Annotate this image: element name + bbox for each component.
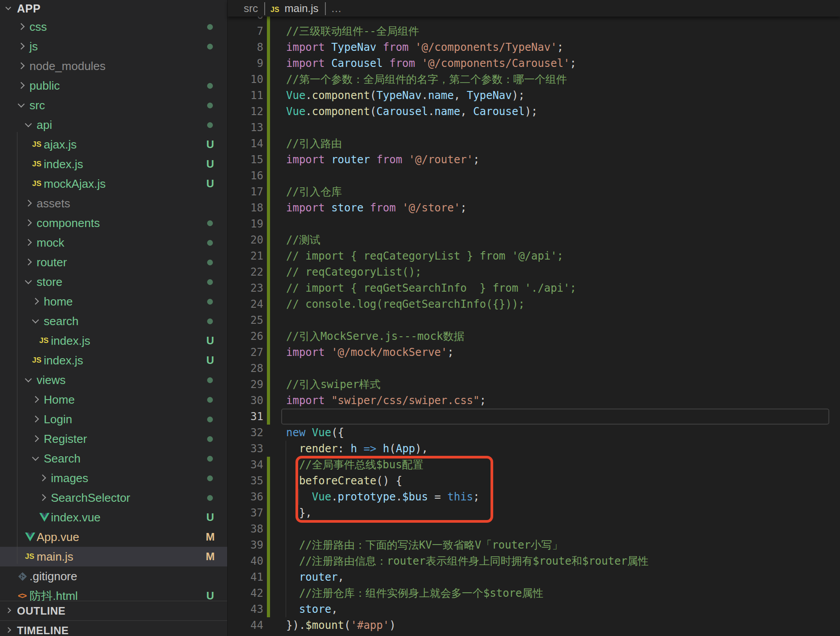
tree-item-防抖.html[interactable]: <>防抖.htmlU [0,586,227,601]
line-number: 31 [228,409,263,425]
tree-item-assets[interactable]: assets [0,194,227,213]
git-gutter-modified-icon [267,71,270,87]
git-gutter-modified-icon [267,120,270,136]
tree-item-router[interactable]: router [0,252,227,272]
line-number: 33 [228,441,263,457]
code-line: 13 [228,120,840,136]
js-file-icon: JS [32,140,44,149]
git-dot-badge [207,495,213,501]
tree-item-ajax.js[interactable]: JSajax.jsU [0,135,227,154]
tree-item-label: public [29,79,60,93]
tree-item-index.js[interactable]: JSindex.jsU [0,351,227,370]
chevron-right-icon [5,609,17,612]
git-gutter-modified-icon [267,376,270,392]
breadcrumb[interactable]: srcJSmain.js… [228,0,840,17]
project-root-label: APP [17,2,41,15]
line-number: 15 [228,152,263,168]
tree-item-public[interactable]: public [0,76,227,95]
chevron-right-icon [18,45,29,49]
tree-item-views[interactable]: views [0,370,227,390]
code-text: // import { reqCategoryList } from '@/ap… [286,248,563,264]
tree-item-home[interactable]: home [0,292,227,311]
line-number: 22 [228,264,263,280]
code-line: 21// import { reqCategoryList } from '@/… [228,248,840,264]
tree-item-index.js[interactable]: JSindex.jsU [0,154,227,174]
tree-item-label: router [37,256,67,269]
breadcrumb-item[interactable]: main.js [285,2,319,15]
tree-item-.gitignore[interactable]: .gitignore [0,566,227,586]
code-lines: 67//三级联动组件--全局组件8import TypeNav from '@/… [228,17,840,633]
breadcrumb-item[interactable]: … [331,2,342,15]
sidebar-section-outline[interactable]: OUTLINE [0,601,227,620]
git-gutter-modified-icon [267,136,270,152]
git-status-badge: U [204,178,216,190]
tree-item-store[interactable]: store [0,272,227,292]
tree-item-label: SearchSelector [51,491,130,505]
tree-item-api[interactable]: api [0,115,227,135]
git-gutter-modified-icon [267,505,270,521]
git-status-badge: U [204,354,216,367]
code-editor[interactable]: srcJSmain.js… 67//三级联动组件--全局组件8import Ty… [228,0,840,636]
tree-item-mock[interactable]: mock [0,233,227,252]
code-line: 17//引入仓库 [228,184,840,200]
tree-item-Register[interactable]: Register [0,429,227,449]
tree-item-index.js[interactable]: JSindex.jsU [0,331,227,351]
tree-item-images[interactable]: images [0,468,227,488]
line-number: 32 [228,425,263,441]
line-number: 23 [228,280,263,296]
tree-item-SearchSelector[interactable]: SearchSelector [0,488,227,508]
tree-item-Home[interactable]: Home [0,390,227,409]
git-dot-badge [207,220,213,226]
line-number: 19 [228,216,263,232]
line-number: 7 [228,23,263,39]
tree-item-index.vue[interactable]: index.vueU [0,508,227,527]
git-icon [18,572,27,581]
tree-item-mockAjax.js[interactable]: JSmockAjax.jsU [0,174,227,194]
tree-item-css[interactable]: css [0,17,227,37]
chevron-down-icon [25,379,37,381]
tree-item-label: index.js [44,157,83,171]
code-line: 42 //注册仓库：组件实例身上就会多一个$store属性 [228,585,840,601]
tree-item-label: Login [44,413,72,426]
breadcrumb-item[interactable]: src [244,2,258,15]
breadcrumb-separator-icon [324,2,326,15]
code-text: //三级联动组件--全局组件 [286,23,419,39]
code-line: 30import "swiper/css/swiper.css"; [228,392,840,409]
breadcrumb-separator-icon [263,2,265,15]
code-line: 39 //注册路由：下面的写法KV一致省略V「router小写」 [228,537,840,553]
line-number: 8 [228,39,263,55]
code-text: //测试 [286,232,320,248]
sidebar-section-timeline[interactable]: TIMELINE [0,620,227,636]
git-gutter-modified-icon [267,264,270,280]
code-area[interactable]: 67//三级联动组件--全局组件8import TypeNav from '@/… [228,17,840,636]
tree-item-label: js [29,40,38,54]
line-number: 18 [228,200,263,216]
tree-item-components[interactable]: components [0,213,227,233]
vue-icon [25,533,35,541]
tree-item-main.js[interactable]: JSmain.jsM [0,547,227,566]
code-text: new Vue({ [286,425,344,441]
code-text: //第一个参数：全局组件的名字，第二个参数：哪一个组件 [286,71,567,87]
chevron-right-icon [5,629,17,632]
code-line: 28 [228,360,840,376]
chevron-down-icon [25,281,37,283]
git-gutter-modified-icon [267,537,270,553]
git-gutter-modified-icon [267,521,270,537]
tree-item-label: index.vue [51,511,100,524]
tree-item-node_modules[interactable]: node_modules [0,56,227,76]
tree-item-label: Search [44,452,80,466]
git-dot-badge [207,279,213,285]
code-line: 20//测试 [228,232,840,248]
tree-item-Search[interactable]: Search [0,449,227,468]
git-dot-badge [207,397,213,403]
tree-item-Login[interactable]: Login [0,409,227,429]
code-text: Vue.component(TypeNav.name, TypeNav); [286,87,525,103]
code-line: 24// console.log(reqGetSearchInfo({})); [228,296,840,312]
html-file-icon: <> [18,591,29,601]
tree-item-search[interactable]: search [0,311,227,331]
tree-item-App.vue[interactable]: App.vueM [0,527,227,547]
project-root-header[interactable]: APP [0,0,227,17]
tree-item-src[interactable]: src [0,95,227,115]
tree-item-js[interactable]: js [0,37,227,56]
code-line: 40 //注册路由信息：router表示组件身上同时拥有$route和$rout… [228,553,840,569]
